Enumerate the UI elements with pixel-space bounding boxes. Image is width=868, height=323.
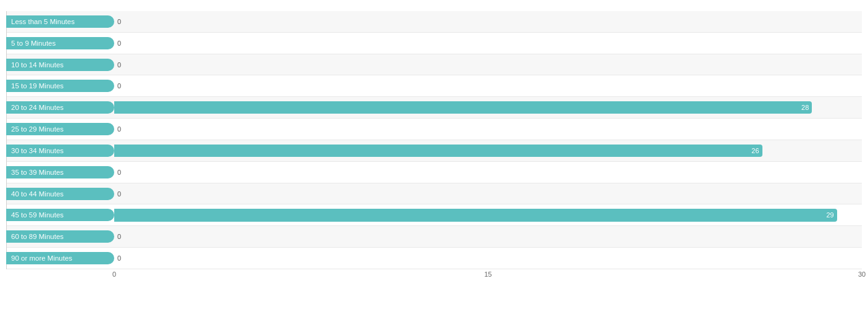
- bar-value-zero: 0: [117, 40, 121, 47]
- bars-area: Less than 5 Minutes05 to 9 Minutes010 to…: [6, 11, 862, 269]
- bar-value-zero: 0: [117, 125, 121, 133]
- bar-track: 0: [114, 11, 862, 32]
- bar-track: 0: [114, 33, 862, 54]
- bar-row: Less than 5 Minutes0: [6, 11, 862, 33]
- bar-track: 0: [114, 248, 862, 269]
- x-axis-tick: 0: [112, 271, 116, 278]
- bar-track: 0: [114, 119, 862, 140]
- bar-label: 5 to 9 Minutes: [6, 37, 114, 49]
- bar-label: 30 to 34 Minutes: [6, 145, 114, 157]
- bar-value-zero: 0: [117, 18, 121, 25]
- chart-container: Less than 5 Minutes05 to 9 Minutes010 to…: [0, 0, 868, 323]
- bar-value-zero: 0: [117, 169, 121, 176]
- bar-fill: 29: [114, 209, 837, 221]
- bar-track: 0: [114, 162, 862, 183]
- bar-track: 28: [114, 97, 862, 118]
- bar-row: 10 to 14 Minutes0: [6, 54, 862, 76]
- bar-value: 29: [826, 211, 837, 219]
- x-axis-tick: 15: [484, 271, 491, 278]
- bar-track: 26: [114, 140, 862, 161]
- bar-row: 40 to 44 Minutes0: [6, 183, 862, 205]
- bar-label: Less than 5 Minutes: [6, 15, 114, 28]
- bar-label: 60 to 89 Minutes: [6, 230, 114, 243]
- bar-row: 35 to 39 Minutes0: [6, 162, 862, 183]
- bar-label: 20 to 24 Minutes: [6, 101, 114, 114]
- bar-label: 90 or more Minutes: [6, 252, 114, 264]
- bar-value-zero: 0: [117, 82, 121, 90]
- bar-fill: 28: [114, 101, 812, 114]
- bar-row: 5 to 9 Minutes0: [6, 33, 862, 54]
- bar-row: 30 to 34 Minutes26: [6, 140, 862, 162]
- bar-label: 15 to 19 Minutes: [6, 80, 114, 92]
- bar-track: 0: [114, 75, 862, 96]
- bar-value-zero: 0: [117, 233, 121, 240]
- bar-row: 90 or more Minutes0: [6, 248, 862, 269]
- bar-track: 0: [114, 54, 862, 75]
- bar-row: 20 to 24 Minutes28: [6, 97, 862, 119]
- bar-track: 0: [114, 183, 862, 204]
- bar-label: 25 to 29 Minutes: [6, 123, 114, 135]
- bar-value: 26: [751, 147, 762, 154]
- bar-track: 0: [114, 226, 862, 247]
- bar-value-zero: 0: [117, 61, 121, 69]
- bar-value: 28: [801, 104, 812, 111]
- bar-label: 40 to 44 Minutes: [6, 188, 114, 200]
- bar-track: 29: [114, 204, 862, 225]
- x-axis-tick: 30: [858, 271, 866, 278]
- x-axis: 01530: [114, 269, 862, 283]
- bar-row: 25 to 29 Minutes0: [6, 119, 862, 140]
- bar-fill: 26: [114, 145, 762, 157]
- bar-row: 45 to 59 Minutes29: [6, 204, 862, 226]
- bar-label: 35 to 39 Minutes: [6, 166, 114, 178]
- bar-row: 15 to 19 Minutes0: [6, 75, 862, 97]
- bar-value-zero: 0: [117, 190, 121, 198]
- bar-value-zero: 0: [117, 254, 121, 262]
- bar-label: 45 to 59 Minutes: [6, 209, 114, 221]
- bar-label: 10 to 14 Minutes: [6, 59, 114, 71]
- bar-row: 60 to 89 Minutes0: [6, 226, 862, 248]
